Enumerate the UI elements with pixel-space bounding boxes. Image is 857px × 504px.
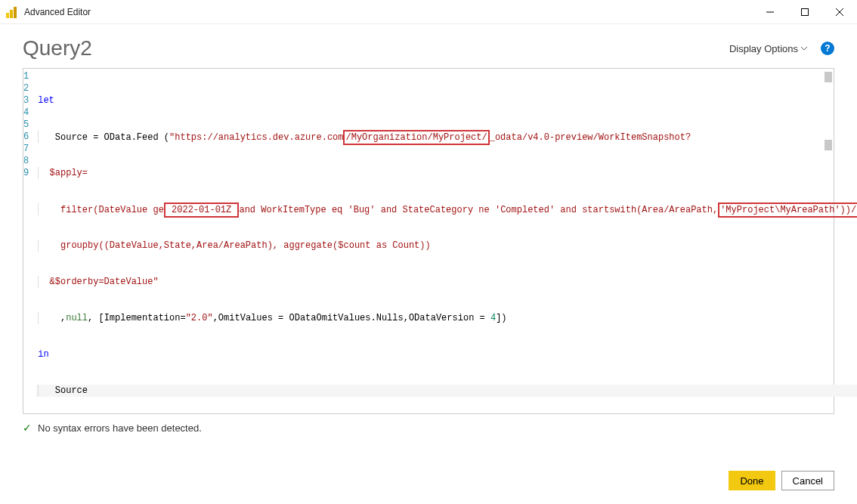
check-icon: ✓ [23,422,32,434]
code-area[interactable]: let Source = OData.Feed ("https://analyt… [33,69,857,413]
minimize-button[interactable] [753,0,787,24]
code-line: in [36,348,857,360]
query-title: Query2 [23,36,729,60]
maximize-button[interactable] [787,0,822,24]
code-line: groupby((DateValue,State,Area/AreaPath),… [36,240,857,252]
cancel-button[interactable]: Cancel [781,471,834,490]
done-button[interactable]: Done [729,471,775,490]
display-options-label: Display Options [729,43,798,54]
chevron-down-icon [801,47,807,51]
close-button[interactable] [822,0,857,24]
window-controls [753,0,857,24]
window-title: Advanced Editor [24,7,91,17]
code-line: $apply= [36,167,857,179]
close-icon [836,8,843,16]
header-row: Query2 Display Options ? [23,36,834,60]
code-editor[interactable]: 1 2 3 4 5 6 7 8 9 let Source = OData.Fee… [23,68,834,414]
status-message: No syntax errors have been detected. [38,422,202,434]
svg-rect-1 [802,8,809,15]
code-line: let [36,94,857,107]
minimize-icon [766,8,774,16]
titlebar: Advanced Editor [0,0,857,24]
code-line: filter(DateValue ge 2022-01-01Z and Work… [36,203,857,215]
dialog-footer: Done Cancel [729,471,834,490]
code-line: ,null, [Implementation="2.0",OmitValues … [36,312,857,324]
maximize-icon [801,8,809,16]
powerbi-icon [6,6,18,18]
display-options-dropdown[interactable]: Display Options [729,43,807,54]
code-line: &$orderby=DateValue" [36,276,857,288]
code-line: Source = OData.Feed ("https://analytics.… [36,131,857,143]
help-icon[interactable]: ? [821,42,834,55]
code-line: Source [36,385,857,397]
line-gutter: 1 2 3 4 5 6 7 8 9 [23,69,33,413]
